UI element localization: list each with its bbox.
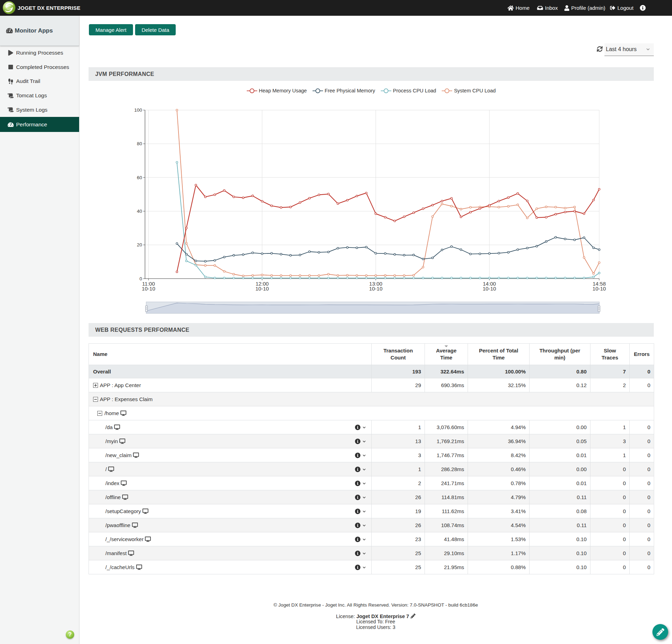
svg-text:60: 60 bbox=[137, 175, 142, 180]
svg-text:40: 40 bbox=[137, 209, 142, 214]
svg-text:20: 20 bbox=[137, 242, 142, 247]
svg-text:10-10: 10-10 bbox=[255, 286, 269, 292]
svg-text:10-10: 10-10 bbox=[483, 286, 496, 292]
svg-text:10-10: 10-10 bbox=[142, 286, 155, 292]
svg-text:10-10: 10-10 bbox=[369, 286, 382, 292]
svg-text:80: 80 bbox=[137, 141, 142, 146]
svg-text:0: 0 bbox=[139, 276, 142, 281]
svg-text:10-10: 10-10 bbox=[593, 286, 606, 292]
svg-text:100: 100 bbox=[134, 107, 142, 113]
